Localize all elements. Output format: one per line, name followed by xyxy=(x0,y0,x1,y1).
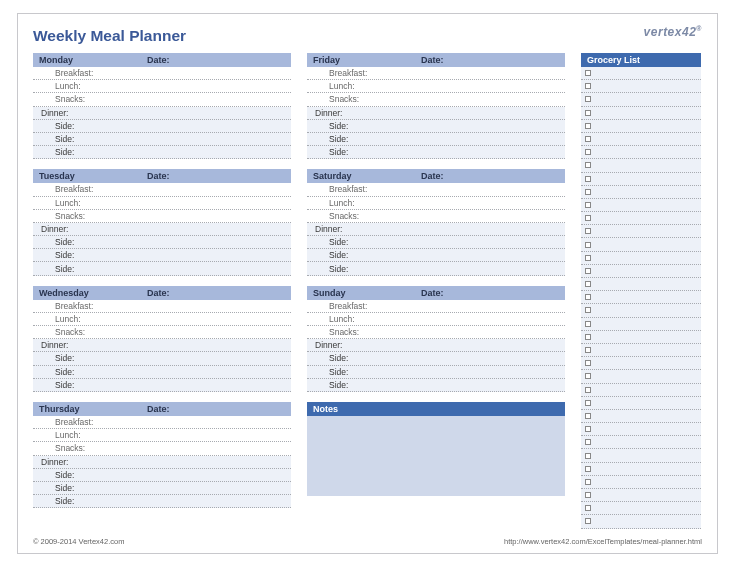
checkbox-icon[interactable] xyxy=(585,518,591,524)
checkbox-icon[interactable] xyxy=(585,228,591,234)
notes-body[interactable] xyxy=(307,416,565,496)
grocery-row[interactable] xyxy=(581,515,701,528)
checkbox-icon[interactable] xyxy=(585,70,591,76)
side-row[interactable]: Side: xyxy=(33,249,291,262)
snacks-row[interactable]: Snacks: xyxy=(33,326,291,339)
grocery-row[interactable] xyxy=(581,93,701,106)
side-row[interactable]: Side: xyxy=(33,120,291,133)
checkbox-icon[interactable] xyxy=(585,83,591,89)
grocery-row[interactable] xyxy=(581,318,701,331)
side-row[interactable]: Side: xyxy=(307,352,565,365)
checkbox-icon[interactable] xyxy=(585,413,591,419)
checkbox-icon[interactable] xyxy=(585,202,591,208)
breakfast-row[interactable]: Breakfast: xyxy=(33,183,291,196)
lunch-row[interactable]: Lunch: xyxy=(33,80,291,93)
snacks-row[interactable]: Snacks: xyxy=(307,210,565,223)
grocery-row[interactable] xyxy=(581,186,701,199)
checkbox-icon[interactable] xyxy=(585,215,591,221)
snacks-row[interactable]: Snacks: xyxy=(307,326,565,339)
checkbox-icon[interactable] xyxy=(585,426,591,432)
dinner-row[interactable]: Dinner: xyxy=(307,223,565,236)
lunch-row[interactable]: Lunch: xyxy=(307,197,565,210)
grocery-row[interactable] xyxy=(581,397,701,410)
grocery-row[interactable] xyxy=(581,159,701,172)
grocery-row[interactable] xyxy=(581,265,701,278)
snacks-row[interactable]: Snacks: xyxy=(33,93,291,106)
checkbox-icon[interactable] xyxy=(585,268,591,274)
side-row[interactable]: Side: xyxy=(307,120,565,133)
checkbox-icon[interactable] xyxy=(585,307,591,313)
grocery-row[interactable] xyxy=(581,410,701,423)
checkbox-icon[interactable] xyxy=(585,466,591,472)
checkbox-icon[interactable] xyxy=(585,479,591,485)
checkbox-icon[interactable] xyxy=(585,242,591,248)
grocery-row[interactable] xyxy=(581,331,701,344)
side-row[interactable]: Side: xyxy=(33,146,291,159)
grocery-row[interactable] xyxy=(581,291,701,304)
checkbox-icon[interactable] xyxy=(585,110,591,116)
grocery-row[interactable] xyxy=(581,370,701,383)
grocery-row[interactable] xyxy=(581,133,701,146)
side-row[interactable]: Side: xyxy=(33,469,291,482)
checkbox-icon[interactable] xyxy=(585,281,591,287)
snacks-row[interactable]: Snacks: xyxy=(33,442,291,455)
grocery-row[interactable] xyxy=(581,449,701,462)
grocery-row[interactable] xyxy=(581,120,701,133)
side-row[interactable]: Side: xyxy=(33,262,291,275)
lunch-row[interactable]: Lunch: xyxy=(33,429,291,442)
side-row[interactable]: Side: xyxy=(307,146,565,159)
breakfast-row[interactable]: Breakfast: xyxy=(307,67,565,80)
side-row[interactable]: Side: xyxy=(33,352,291,365)
grocery-row[interactable] xyxy=(581,502,701,515)
side-row[interactable]: Side: xyxy=(33,495,291,508)
checkbox-icon[interactable] xyxy=(585,162,591,168)
checkbox-icon[interactable] xyxy=(585,373,591,379)
grocery-row[interactable] xyxy=(581,476,701,489)
breakfast-row[interactable]: Breakfast: xyxy=(33,416,291,429)
grocery-row[interactable] xyxy=(581,344,701,357)
grocery-row[interactable] xyxy=(581,278,701,291)
grocery-row[interactable] xyxy=(581,252,701,265)
checkbox-icon[interactable] xyxy=(585,505,591,511)
checkbox-icon[interactable] xyxy=(585,439,591,445)
grocery-row[interactable] xyxy=(581,304,701,317)
grocery-row[interactable] xyxy=(581,80,701,93)
lunch-row[interactable]: Lunch: xyxy=(33,197,291,210)
checkbox-icon[interactable] xyxy=(585,255,591,261)
grocery-row[interactable] xyxy=(581,67,701,80)
checkbox-icon[interactable] xyxy=(585,176,591,182)
breakfast-row[interactable]: Breakfast: xyxy=(33,300,291,313)
snacks-row[interactable]: Snacks: xyxy=(307,93,565,106)
checkbox-icon[interactable] xyxy=(585,96,591,102)
lunch-row[interactable]: Lunch: xyxy=(33,313,291,326)
grocery-row[interactable] xyxy=(581,173,701,186)
lunch-row[interactable]: Lunch: xyxy=(307,80,565,93)
checkbox-icon[interactable] xyxy=(585,321,591,327)
side-row[interactable]: Side: xyxy=(33,482,291,495)
side-row[interactable]: Side: xyxy=(33,133,291,146)
grocery-row[interactable] xyxy=(581,357,701,370)
dinner-row[interactable]: Dinner: xyxy=(33,223,291,236)
side-row[interactable]: Side: xyxy=(33,379,291,392)
dinner-row[interactable]: Dinner: xyxy=(33,107,291,120)
grocery-row[interactable] xyxy=(581,384,701,397)
side-row[interactable]: Side: xyxy=(307,379,565,392)
side-row[interactable]: Side: xyxy=(33,236,291,249)
grocery-row[interactable] xyxy=(581,199,701,212)
grocery-row[interactable] xyxy=(581,423,701,436)
side-row[interactable]: Side: xyxy=(307,366,565,379)
snacks-row[interactable]: Snacks: xyxy=(33,210,291,223)
grocery-row[interactable] xyxy=(581,107,701,120)
checkbox-icon[interactable] xyxy=(585,189,591,195)
checkbox-icon[interactable] xyxy=(585,492,591,498)
checkbox-icon[interactable] xyxy=(585,387,591,393)
breakfast-row[interactable]: Breakfast: xyxy=(33,67,291,80)
checkbox-icon[interactable] xyxy=(585,453,591,459)
side-row[interactable]: Side: xyxy=(307,249,565,262)
checkbox-icon[interactable] xyxy=(585,136,591,142)
lunch-row[interactable]: Lunch: xyxy=(307,313,565,326)
checkbox-icon[interactable] xyxy=(585,123,591,129)
dinner-row[interactable]: Dinner: xyxy=(307,107,565,120)
checkbox-icon[interactable] xyxy=(585,294,591,300)
grocery-row[interactable] xyxy=(581,212,701,225)
